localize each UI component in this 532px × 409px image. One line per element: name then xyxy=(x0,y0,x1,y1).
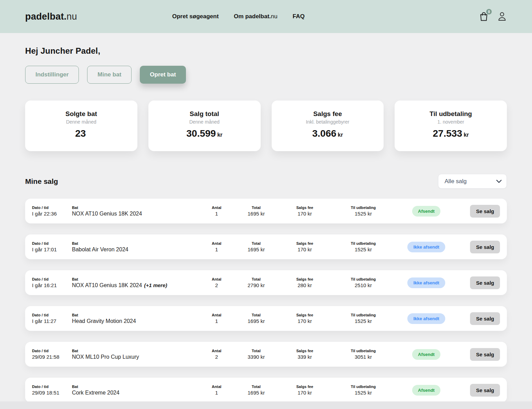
sale-qty: 1 xyxy=(201,247,232,252)
see-sale-button[interactable]: Se salg xyxy=(470,205,500,218)
col-label-date: Dato / tid xyxy=(32,277,72,281)
see-sale-button[interactable]: Se salg xyxy=(470,348,500,361)
sale-row: Dato / tidI går 22:36 BatNOX AT10 Genius… xyxy=(25,199,507,223)
sale-payout: 3051 kr xyxy=(329,354,397,360)
greeting-heading: Hej Juncher Padel, xyxy=(25,46,507,56)
col-label-payout: Til udbetaling xyxy=(329,313,397,317)
sale-total: 1695 kr xyxy=(232,318,280,324)
sale-fee: 280 kr xyxy=(280,282,329,288)
col-label-payout: Til udbetaling xyxy=(329,206,397,210)
stat-subtitle: Denne måned xyxy=(148,119,261,125)
cart-count-badge: 0 xyxy=(486,9,492,14)
col-label-date: Dato / tid xyxy=(32,241,72,245)
sale-row: Dato / tid29/09 21:58 BatNOX ML10 Pro Cu… xyxy=(25,342,507,367)
col-label-qty: Antal xyxy=(201,277,232,281)
mine-bat-button[interactable]: Mine bat xyxy=(87,66,132,84)
col-label-qty: Antal xyxy=(201,385,232,389)
sale-bat: NOX ML10 Pro Cup Luxury xyxy=(72,354,201,360)
sale-bat: Babolat Air Veron 2024 xyxy=(72,247,201,253)
stat-title: Salgs fee xyxy=(272,110,384,118)
stat-cards: Solgte bat Denne måned 23 Salg total Den… xyxy=(25,101,507,151)
see-sale-button[interactable]: Se salg xyxy=(470,276,500,289)
site-logo[interactable]: padelbat.nu xyxy=(25,11,77,22)
col-label-bat: Bat xyxy=(72,241,201,245)
cart-button[interactable]: 0 xyxy=(479,11,489,22)
nav-item-faq[interactable]: FAQ xyxy=(293,13,305,20)
sales-filter-select[interactable]: Alle salg xyxy=(438,174,507,189)
col-label-total: Total xyxy=(232,277,280,281)
stat-value: 27.533kr xyxy=(395,128,507,139)
stat-subtitle: Inkl. betalinggebyrer xyxy=(272,119,384,125)
sale-total: 1695 kr xyxy=(232,390,280,396)
status-badge: Ikke afsendt xyxy=(407,242,445,252)
sale-fee: 339 kr xyxy=(280,354,329,360)
sale-bat: NOX AT10 Genius 18K 2024 xyxy=(72,211,201,217)
sale-qty: 2 xyxy=(201,282,232,288)
footer-strip xyxy=(0,401,532,409)
sale-row: Dato / tidI går 11:27 BatHead Gravity Mo… xyxy=(25,306,507,331)
indstillinger-button[interactable]: Indstillinger xyxy=(25,66,79,84)
sale-fee: 170 kr xyxy=(280,318,329,324)
col-label-date: Dato / tid xyxy=(32,313,72,317)
sales-title: Mine salg xyxy=(25,177,58,186)
status-badge: Ikke afsendt xyxy=(407,313,445,324)
nav-item-opret-soegeagent[interactable]: Opret søgeagent xyxy=(172,13,219,20)
chevron-down-icon xyxy=(496,180,502,183)
status-badge: Afsendt xyxy=(412,385,440,396)
logo-light-part: nu xyxy=(66,11,77,22)
col-label-fee: Salgs fee xyxy=(280,313,329,317)
logo-bold-part: padelbat. xyxy=(25,11,66,22)
stat-title: Solgte bat xyxy=(25,110,137,118)
col-label-qty: Antal xyxy=(201,313,232,317)
sale-payout: 2510 kr xyxy=(329,282,397,288)
sale-date: I går 22:36 xyxy=(32,211,72,217)
main-nav: Opret søgeagent Om padelbat.nu FAQ xyxy=(172,13,305,20)
dashboard-actions: Indstillinger Mine bat Opret bat xyxy=(25,66,507,84)
sales-list: Dato / tidI går 22:36 BatNOX AT10 Genius… xyxy=(25,199,507,402)
sale-qty: 1 xyxy=(201,318,232,324)
col-label-payout: Til udbetaling xyxy=(329,241,397,245)
sale-date: 29/09 18:51 xyxy=(32,390,72,396)
sale-total: 1695 kr xyxy=(232,211,280,217)
col-label-bat: Bat xyxy=(72,385,201,389)
col-label-total: Total xyxy=(232,385,280,389)
stat-value: 3.066kr xyxy=(272,128,384,139)
col-label-total: Total xyxy=(232,313,280,317)
status-badge: Afsendt xyxy=(412,206,440,217)
col-label-payout: Til udbetaling xyxy=(329,385,397,389)
col-label-bat: Bat xyxy=(72,206,201,210)
sale-fee: 170 kr xyxy=(280,247,329,252)
status-badge: Afsendt xyxy=(412,349,440,360)
see-sale-button[interactable]: Se salg xyxy=(470,312,500,325)
account-button[interactable] xyxy=(497,11,507,22)
sale-bat: Head Gravity Motion 2024 xyxy=(72,318,201,324)
sale-fee: 170 kr xyxy=(280,211,329,217)
nav-item-om-padelbat[interactable]: Om padelbat.nu xyxy=(234,13,278,20)
col-label-payout: Til udbetaling xyxy=(329,349,397,353)
col-label-qty: Antal xyxy=(201,206,232,210)
col-label-date: Dato / tid xyxy=(32,385,72,389)
sale-qty: 1 xyxy=(201,390,232,396)
sale-row: Dato / tid29/09 18:51 BatCork Extreme 20… xyxy=(25,378,507,402)
user-icon xyxy=(497,11,507,22)
col-label-payout: Til udbetaling xyxy=(329,277,397,281)
sale-bat: NOX AT10 Genius 18K 2024(+1 mere) xyxy=(72,282,201,289)
col-label-fee: Salgs fee xyxy=(280,206,329,210)
col-label-fee: Salgs fee xyxy=(280,241,329,245)
sale-bat: Cork Extreme 2024 xyxy=(72,390,201,396)
sale-bat-extra: (+1 mere) xyxy=(144,282,167,288)
sale-qty: 2 xyxy=(201,354,232,360)
header-icons: 0 xyxy=(479,11,507,22)
col-label-qty: Antal xyxy=(201,349,232,353)
sale-row: Dato / tidI går 16:21 BatNOX AT10 Genius… xyxy=(25,270,507,295)
opret-bat-button[interactable]: Opret bat xyxy=(140,66,186,84)
stat-title: Til udbetaling xyxy=(395,110,507,118)
stat-card-salgs-fee: Salgs fee Inkl. betalinggebyrer 3.066kr xyxy=(272,101,384,151)
sale-payout: 1525 kr xyxy=(329,390,397,396)
see-sale-button[interactable]: Se salg xyxy=(470,241,500,253)
see-sale-button[interactable]: Se salg xyxy=(470,384,500,397)
sale-payout: 1525 kr xyxy=(329,211,397,217)
sales-filter-value: Alle salg xyxy=(445,178,467,185)
col-label-fee: Salgs fee xyxy=(280,385,329,389)
col-label-total: Total xyxy=(232,349,280,353)
